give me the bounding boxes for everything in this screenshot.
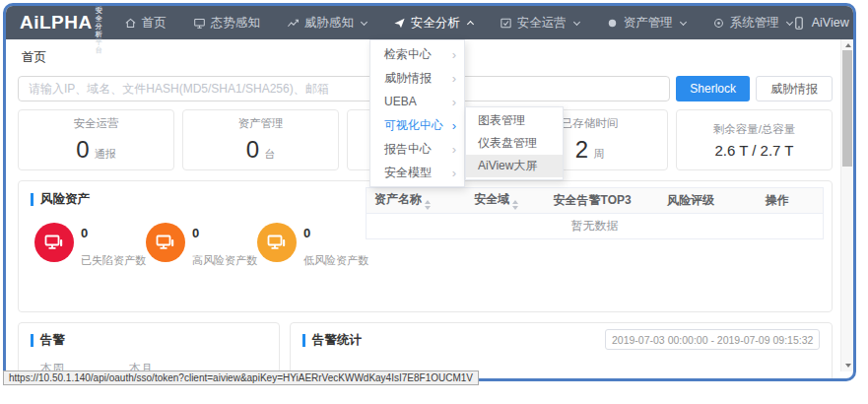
asset-table: 资产名称 安全域 安全告警TOP3 风险评级 操作 暂无数据 [366,187,824,239]
submenu-arrow-icon: › [452,119,456,132]
logo: AiLPHA 智能安全 分析平台 [20,3,102,54]
menu-item-visualization-center[interactable]: 可视化中心› [370,113,464,137]
asset-icon [606,17,619,30]
home-icon [124,17,137,30]
menu-item-ueba[interactable]: UEBA› [370,90,464,113]
nav-situation-awareness[interactable]: 态势感知 [193,15,260,32]
scrollbar-thumb[interactable] [842,50,852,167]
title-accent-bar [31,193,33,206]
top-navbar: AiLPHA 智能安全 分析平台 首页 态势感知 威胁感知 [6,6,853,39]
monitor-icon [43,232,65,253]
sort-icon[interactable] [425,200,431,210]
stat-card-capacity: 剩余容量/总容量 2.6 T / 2.7 T [676,109,833,170]
search-input[interactable] [18,76,670,101]
trend-chart-icon [287,17,300,30]
chevron-down-icon [680,18,687,25]
stat-value: 2 [575,136,588,164]
stat-value: 2.6 T / 2.7 T [714,142,793,159]
submenu-arrow-icon: › [452,96,456,108]
col-alert-top3: 安全告警TOP3 [535,188,649,214]
risk-count: 0 [303,226,368,240]
security-analysis-menu: 检索中心› 威胁情报› UEBA› 可视化中心› 报告中心› 安全模型› [369,39,465,187]
col-security-domain[interactable]: 安全域 [457,188,535,214]
menu-item-threat-intel[interactable]: 威胁情报› [370,66,464,90]
col-risk-rating: 风险评级 [649,188,732,214]
empty-placeholder: 暂无数据 [367,214,824,239]
submenu-arrow-icon: › [452,143,456,156]
table-empty-row: 暂无数据 [367,214,824,239]
menu-item-search-center[interactable]: 检索中心› [370,42,464,66]
risk-label: 高风险资产数 [192,253,257,268]
stat-card-asset-management: 资产管理 0台 [182,109,339,170]
visualization-submenu: 图表管理 仪表盘管理 AiView大屏 [465,106,564,180]
risk-label: 低风险资产数 [303,253,368,268]
date-range-value: 2019-07-03 00:00:00 - 2019-07-09 09:15:3… [612,334,813,346]
nav-home[interactable]: 首页 [124,15,167,32]
risk-item-high: 0 高风险资产数 [146,223,257,268]
chevron-up-icon [467,20,474,27]
nav-threat-awareness[interactable]: 威胁感知 [287,15,367,32]
menu-item-report-center[interactable]: 报告中心› [370,137,464,161]
status-bar-url: https://10.50.1.140/api/oauth/sso/token?… [3,370,479,385]
col-actions: 操作 [732,188,824,214]
risk-assets-panel: 风险资产 0 已失陷资产数 [18,180,833,312]
operations-icon [500,17,512,30]
stat-card-security-operations: 安全运营 0通报 [18,109,174,170]
app-window: AiLPHA 智能安全 分析平台 首页 态势感知 威胁感知 [0,0,868,404]
stat-value: 0 [246,136,259,164]
gear-icon [712,17,725,30]
submenu-item-dashboard-management[interactable]: 仪表盘管理 [466,132,563,155]
user-menu-aiview[interactable]: AiView [792,16,856,31]
submenu-item-aiview-screen[interactable]: AiView大屏 [466,155,563,177]
risk-items: 0 已失陷资产数 0 高风险资产数 [34,223,360,268]
sherlock-button[interactable]: Sherlock [676,76,750,101]
phone-icon [792,16,806,31]
nav-asset-management[interactable]: 资产管理 [606,15,686,32]
title-accent-bar [31,334,33,347]
monitor-icon [266,232,288,253]
monitor-icon [155,232,176,253]
sort-icon[interactable] [512,200,518,210]
risk-assets-title: 风险资产 [31,191,90,208]
brand-name: AiLPHA [20,12,93,34]
col-asset-name[interactable]: 资产名称 [367,188,458,214]
risk-item-low: 0 低风险资产数 [257,223,368,268]
monitor-icon [193,17,206,30]
submenu-arrow-icon: › [452,48,456,61]
menu-item-security-model[interactable]: 安全模型› [370,161,464,184]
nav-security-operations[interactable]: 安全运营 [500,15,579,32]
brand-subtitle: 智能安全 分析平台 [96,3,102,54]
vertical-scrollbar[interactable] [840,39,853,371]
submenu-arrow-icon: › [452,167,456,179]
chevron-down-icon [573,18,580,25]
risk-count: 0 [81,226,146,240]
threat-intel-button[interactable]: 威胁情报 [756,76,833,101]
scroll-down-arrow[interactable] [841,361,854,370]
date-range-picker[interactable]: 2019-07-03 00:00:00 - 2019-07-09 09:15:3… [605,329,820,350]
submenu-arrow-icon: › [452,72,456,85]
submenu-item-chart-management[interactable]: 图表管理 [466,109,563,132]
scroll-up-arrow[interactable] [841,40,854,50]
risk-item-compromised: 0 已失陷资产数 [34,223,146,268]
nav-system-management[interactable]: 系统管理 [712,15,792,32]
high-risk-assets-badge [146,223,185,262]
nav-security-analysis[interactable]: 安全分析 [393,15,473,32]
table-header-row: 资产名称 安全域 安全告警TOP3 风险评级 操作 [367,188,824,214]
chevron-down-icon [361,18,367,25]
analysis-icon [393,17,406,30]
title-accent-bar [302,334,305,347]
alerts-title: 告警 [31,332,267,349]
risk-label: 已失陷资产数 [81,253,146,268]
stat-value: 0 [76,136,89,164]
risk-count: 0 [192,226,257,240]
low-risk-assets-badge [257,223,297,262]
compromised-assets-badge [34,223,74,262]
